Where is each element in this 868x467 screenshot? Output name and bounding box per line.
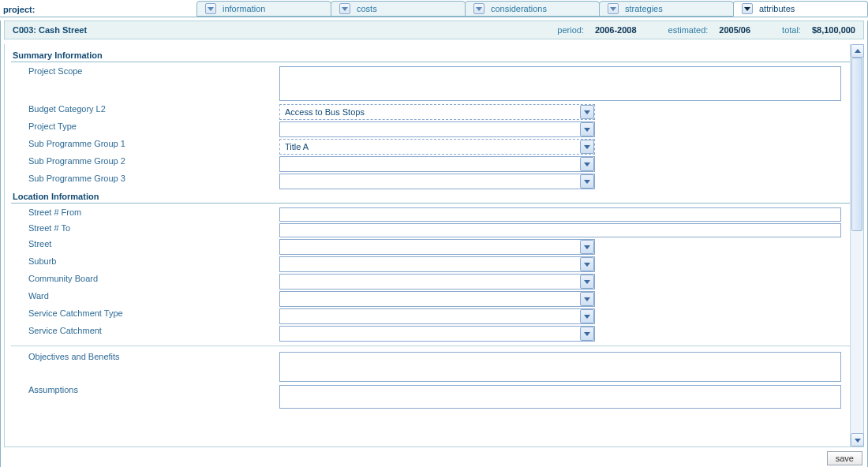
chevron-down-icon: [580, 157, 594, 171]
section-summary-title: Summary Information: [11, 47, 857, 62]
chevron-down-icon: [580, 140, 594, 154]
project-label: project:: [3, 5, 35, 14]
row-street-to: Street # To: [11, 222, 857, 238]
project-type-select[interactable]: [279, 121, 595, 137]
tab-considerations[interactable]: considerations: [465, 1, 600, 17]
label-suburb: Suburb: [11, 256, 279, 266]
row-street-from: Street # From: [11, 207, 857, 222]
ward-select[interactable]: [279, 291, 595, 307]
street-select[interactable]: [279, 239, 595, 255]
content-frame: C003: Cash Street period: 2006-2008 esti…: [0, 21, 868, 467]
chevron-down-icon: [580, 292, 594, 306]
period-label: period:: [557, 25, 584, 35]
scroll-down-button[interactable]: [851, 433, 864, 446]
chevron-down-icon: [580, 257, 594, 271]
pane-wrap: Summary Information Project Scope Budget…: [4, 44, 864, 447]
budget-category-select[interactable]: Access to Bus Stops: [279, 104, 595, 120]
tab-label: information: [223, 4, 265, 13]
total-label: total:: [782, 25, 801, 35]
row-sub-prog-1: Sub Programme Group 1 Title A: [11, 138, 857, 155]
section-location-title: Location Information: [11, 190, 857, 203]
scroll-up-button[interactable]: [851, 44, 864, 58]
label-sub-prog-2: Sub Programme Group 2: [11, 156, 279, 166]
row-svc-catchment-type: Service Catchment Type: [11, 308, 857, 325]
service-catchment-type-select[interactable]: [279, 308, 595, 324]
tab-label: strategies: [625, 4, 663, 13]
chevron-down-icon: [580, 174, 594, 189]
label-street: Street: [11, 239, 279, 248]
street-from-input[interactable]: [279, 207, 841, 222]
arrow-down-icon: [339, 3, 350, 14]
label-ward: Ward: [11, 291, 279, 301]
label-budget-cat: Budget Category L2: [11, 104, 279, 114]
row-ward: Ward: [11, 290, 857, 308]
row-sub-prog-3: Sub Programme Group 3: [11, 173, 857, 190]
row-budget-cat: Budget Category L2 Access to Bus Stops: [11, 103, 857, 121]
subheader: C003: Cash Street period: 2006-2008 esti…: [4, 21, 864, 39]
suburb-select[interactable]: [279, 256, 595, 272]
label-svc-catchment: Service Catchment: [11, 326, 279, 335]
period-value: 2006-2008: [595, 25, 637, 35]
label-objectives: Objectives and Benefits: [11, 352, 279, 361]
tab-label: costs: [357, 4, 377, 13]
arrow-down-icon: [473, 3, 485, 14]
arrow-down-icon: [608, 3, 619, 14]
label-street-to: Street # To: [11, 223, 279, 233]
form-pane: Summary Information Project Scope Budget…: [5, 44, 863, 446]
tab-bar-label: project:: [0, 2, 197, 17]
scroll-track[interactable]: [851, 58, 863, 433]
row-project-scope: Project Scope: [11, 65, 857, 103]
arrow-down-icon: [205, 3, 216, 14]
chevron-down-icon: [580, 275, 594, 289]
select-value: Access to Bus Stops: [280, 107, 580, 117]
estimated-value: 2005/06: [719, 25, 750, 35]
row-community-board: Community Board: [11, 273, 857, 290]
label-street-from: Street # From: [11, 207, 279, 217]
label-project-scope: Project Scope: [11, 66, 279, 76]
sub-programme-2-select[interactable]: [279, 156, 595, 172]
community-board-select[interactable]: [279, 274, 595, 290]
label-svc-catchment-type: Service Catchment Type: [11, 308, 279, 318]
chevron-down-icon: [580, 122, 594, 136]
sub-programme-1-select[interactable]: Title A: [279, 139, 595, 155]
row-sub-prog-2: Sub Programme Group 2: [11, 155, 857, 173]
objectives-textarea[interactable]: [279, 352, 841, 382]
tab-strategies[interactable]: strategies: [599, 1, 734, 17]
row-assumptions: Assumptions: [11, 384, 857, 411]
estimated-kv: estimated: 2005/06: [668, 25, 751, 35]
label-community-board: Community Board: [11, 274, 279, 283]
select-value: Title A: [280, 142, 580, 151]
period-kv: period: 2006-2008: [557, 25, 636, 35]
row-street: Street: [11, 238, 857, 256]
chevron-down-icon: [580, 240, 594, 254]
label-sub-prog-1: Sub Programme Group 1: [11, 139, 279, 148]
row-svc-catchment: Service Catchment: [11, 325, 857, 342]
chevron-down-icon: [580, 327, 594, 341]
project-scope-textarea[interactable]: [279, 66, 841, 101]
sub-programme-3-select[interactable]: [279, 174, 595, 189]
tab-label: attributes: [759, 4, 795, 13]
label-sub-prog-3: Sub Programme Group 3: [11, 174, 279, 183]
scroll-thumb[interactable]: [851, 58, 862, 231]
tab-attributes[interactable]: attributes: [733, 1, 868, 17]
tab-information[interactable]: information: [196, 1, 331, 17]
label-project-type: Project Type: [11, 121, 279, 131]
total-value: $8,100,000: [812, 25, 855, 35]
service-catchment-select[interactable]: [279, 326, 595, 342]
street-to-input[interactable]: [279, 223, 841, 237]
label-assumptions: Assumptions: [11, 385, 279, 394]
tab-label: considerations: [491, 4, 547, 13]
chevron-down-icon: [580, 309, 594, 323]
project-title: C003: Cash Street: [13, 25, 87, 35]
row-suburb: Suburb: [11, 256, 857, 273]
save-button[interactable]: save: [827, 451, 862, 465]
arrow-down-icon: [742, 3, 753, 14]
row-project-type: Project Type: [11, 121, 857, 138]
total-kv: total: $8,100,000: [782, 25, 855, 35]
assumptions-textarea[interactable]: [279, 385, 841, 409]
row-objectives: Objectives and Benefits: [11, 351, 857, 384]
footer: save: [827, 451, 862, 465]
tab-bar: project: information costs consideration…: [0, 0, 868, 17]
tab-costs[interactable]: costs: [331, 1, 466, 17]
vertical-scrollbar[interactable]: [850, 44, 863, 446]
